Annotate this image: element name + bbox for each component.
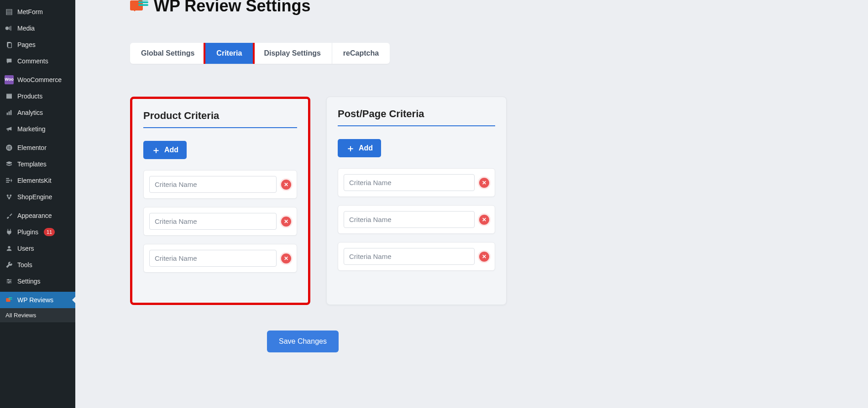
close-icon: ✕ xyxy=(482,254,486,259)
delete-criteria-button[interactable]: ✕ xyxy=(479,252,489,262)
svg-rect-4 xyxy=(6,94,12,95)
sidebar-item-metform[interactable]: ▤ MetForm xyxy=(0,4,75,20)
svg-rect-7 xyxy=(10,110,12,115)
product-criteria-title: Product Criteria xyxy=(143,110,297,128)
close-icon: ✕ xyxy=(284,182,288,187)
delete-criteria-button[interactable]: ✕ xyxy=(281,217,291,227)
svg-point-18 xyxy=(8,197,10,199)
sidebar-item-marketing[interactable]: Marketing xyxy=(0,121,75,137)
sidebar-item-users[interactable]: Users xyxy=(0,240,75,257)
settings-tabs: Global Settings Criteria Display Setting… xyxy=(130,43,390,64)
criteria-row: ✕ xyxy=(338,168,495,197)
shopengine-icon xyxy=(5,192,14,201)
svg-point-17 xyxy=(10,195,11,196)
save-changes-button[interactable]: Save Changes xyxy=(267,331,339,352)
sidebar-item-tools[interactable]: Tools xyxy=(0,257,75,273)
svg-rect-10 xyxy=(9,146,10,147)
svg-rect-11 xyxy=(9,147,10,148)
sidebar-item-media[interactable]: Media xyxy=(0,20,75,36)
svg-rect-26 xyxy=(6,298,10,302)
sidebar-item-templates[interactable]: Templates xyxy=(0,156,75,172)
sidebar-item-shopengine[interactable]: ShopEngine xyxy=(0,189,75,205)
sidebar-item-label: Products xyxy=(17,92,42,100)
sidebar-item-label: Plugins xyxy=(17,228,38,236)
svg-rect-21 xyxy=(7,281,12,281)
woocommerce-icon: Woo xyxy=(5,75,14,84)
tools-icon xyxy=(5,260,14,269)
sidebar-item-products[interactable]: Products xyxy=(0,88,75,104)
delete-criteria-button[interactable]: ✕ xyxy=(281,180,291,190)
form-icon: ▤ xyxy=(5,7,14,16)
tab-criteria[interactable]: Criteria xyxy=(205,43,253,64)
sidebar-item-comments[interactable]: Comments xyxy=(0,53,75,69)
svg-rect-3 xyxy=(6,95,12,99)
close-icon: ✕ xyxy=(482,217,486,222)
page-title: WP Review Settings xyxy=(154,0,310,15)
sidebar-item-label: Settings xyxy=(17,277,41,285)
sidebar-item-elementor[interactable]: Elementor xyxy=(0,139,75,156)
criteria-input[interactable] xyxy=(344,211,475,228)
plus-icon: ＋ xyxy=(152,145,161,155)
close-icon: ✕ xyxy=(284,256,288,261)
post-criteria-title: Post/Page Criteria xyxy=(338,108,495,126)
sidebar-item-label: Elementor xyxy=(17,144,47,152)
svg-rect-27 xyxy=(9,297,12,298)
add-post-criteria-button[interactable]: ＋ Add xyxy=(338,139,381,157)
svg-rect-9 xyxy=(8,146,8,150)
criteria-input[interactable] xyxy=(149,250,277,267)
svg-rect-2 xyxy=(8,43,11,48)
close-icon: ✕ xyxy=(482,180,486,186)
marketing-icon xyxy=(5,124,14,134)
sidebar-item-analytics[interactable]: Analytics xyxy=(0,104,75,121)
criteria-cards: Product Criteria ＋ Add ✕ ✕ ✕ xyxy=(130,97,857,305)
criteria-row: ✕ xyxy=(143,244,297,273)
svg-point-24 xyxy=(10,281,11,282)
svg-point-0 xyxy=(5,26,9,30)
wpreviews-icon xyxy=(5,295,14,305)
svg-rect-12 xyxy=(9,149,10,149)
sidebar-subitem-allreviews[interactable]: All Reviews xyxy=(0,308,75,322)
sidebar-item-label: Comments xyxy=(17,57,48,65)
svg-rect-20 xyxy=(7,279,12,280)
criteria-row: ✕ xyxy=(143,207,297,236)
comments-icon xyxy=(5,57,14,66)
templates-icon xyxy=(5,160,14,169)
svg-rect-6 xyxy=(9,111,10,115)
add-label: Add xyxy=(359,144,373,152)
admin-sidebar: ▤ MetForm Media Pages Comments Woo WooCo… xyxy=(0,0,75,408)
delete-criteria-button[interactable]: ✕ xyxy=(479,178,489,188)
users-icon xyxy=(5,244,14,253)
add-product-criteria-button[interactable]: ＋ Add xyxy=(143,141,187,159)
tab-global-settings[interactable]: Global Settings xyxy=(130,43,205,64)
tab-display-settings[interactable]: Display Settings xyxy=(253,43,331,64)
delete-criteria-button[interactable]: ✕ xyxy=(479,215,489,225)
sidebar-item-elementskit[interactable]: ElementsKit xyxy=(0,172,75,189)
criteria-row: ✕ xyxy=(143,170,297,199)
sidebar-item-pages[interactable]: Pages xyxy=(0,36,75,53)
criteria-input[interactable] xyxy=(344,174,475,191)
criteria-input[interactable] xyxy=(149,213,277,230)
sidebar-item-appearance[interactable]: Appearance xyxy=(0,207,75,224)
sidebar-item-label: WooCommerce xyxy=(17,76,62,84)
criteria-input[interactable] xyxy=(344,248,475,265)
analytics-icon xyxy=(5,108,14,117)
svg-rect-14 xyxy=(6,180,10,181)
sidebar-item-wpreviews[interactable]: WP Reviews xyxy=(0,292,75,308)
sidebar-item-label: WP Reviews xyxy=(17,296,53,304)
post-criteria-card: Post/Page Criteria ＋ Add ✕ ✕ ✕ xyxy=(326,97,507,305)
svg-rect-15 xyxy=(6,182,9,183)
product-criteria-card: Product Criteria ＋ Add ✕ ✕ ✕ xyxy=(130,97,310,305)
criteria-row: ✕ xyxy=(338,242,495,271)
highlight-tab-criteria: Criteria xyxy=(204,43,255,64)
sidebar-item-label: Appearance xyxy=(17,212,52,220)
sidebar-item-plugins[interactable]: Plugins 11 xyxy=(0,224,75,240)
sidebar-subitem-label: All Reviews xyxy=(5,312,36,319)
tab-recaptcha[interactable]: reCaptcha xyxy=(332,43,390,64)
sidebar-item-woocommerce[interactable]: Woo WooCommerce xyxy=(0,72,75,88)
criteria-input[interactable] xyxy=(149,176,277,193)
appearance-icon xyxy=(5,211,14,220)
sidebar-item-settings[interactable]: Settings xyxy=(0,273,75,289)
delete-criteria-button[interactable]: ✕ xyxy=(281,253,291,263)
criteria-row: ✕ xyxy=(338,205,495,234)
elementor-icon xyxy=(5,143,14,152)
